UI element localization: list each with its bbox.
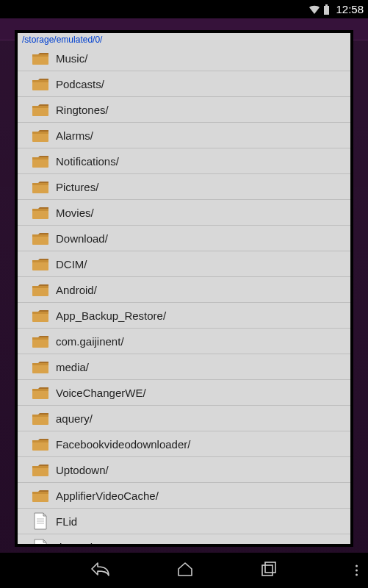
back-button[interactable] — [91, 561, 110, 580]
folder-row[interactable]: Ringtones/ — [18, 97, 350, 123]
svg-rect-21 — [32, 286, 48, 288]
folder-icon — [31, 49, 50, 67]
svg-rect-5 — [32, 80, 48, 82]
folder-icon — [31, 204, 50, 221]
file-name-label: FLid — [56, 515, 77, 528]
folder-icon — [31, 152, 50, 170]
file-name-label: Movies/ — [56, 207, 94, 219]
folder-icon — [31, 409, 50, 427]
file-name-label: ApplifierVideoCache/ — [56, 490, 159, 502]
battery-icon — [323, 4, 330, 15]
home-button[interactable] — [176, 561, 194, 580]
svg-rect-0 — [325, 4, 328, 6]
folder-icon — [31, 487, 50, 504]
file-name-label: Notifications/ — [56, 155, 119, 168]
folder-icon — [31, 255, 50, 273]
folder-row[interactable]: Notifications/ — [18, 148, 350, 174]
svg-rect-29 — [32, 389, 48, 391]
folder-icon — [31, 229, 50, 247]
folder-icon — [31, 332, 50, 350]
file-name-label: aquery/ — [56, 412, 93, 425]
folder-row[interactable]: Music/ — [18, 46, 350, 71]
svg-rect-35 — [32, 466, 48, 468]
folder-row[interactable]: Alarms/ — [18, 123, 350, 148]
folder-icon — [31, 358, 50, 376]
folder-row[interactable]: VoiceChangerWE/ — [18, 380, 350, 406]
file-name-label: Alarms/ — [56, 129, 93, 142]
file-name-label: Uptodown/ — [56, 464, 109, 476]
file-name-label: App_Backup_Restore/ — [56, 309, 166, 322]
folder-row[interactable]: Movies/ — [18, 200, 350, 226]
folder-row[interactable]: Download/ — [18, 226, 350, 251]
svg-rect-37 — [32, 492, 48, 494]
svg-rect-11 — [32, 157, 48, 159]
folder-row[interactable]: media/ — [18, 354, 350, 380]
svg-rect-44 — [262, 565, 273, 576]
folder-icon — [31, 178, 50, 196]
folder-icon — [31, 75, 50, 93]
folder-row[interactable]: Podcasts/ — [18, 71, 350, 97]
folder-row[interactable]: Uptodown/ — [18, 457, 350, 483]
file-name-label: Podcasts/ — [56, 78, 104, 90]
svg-rect-13 — [32, 183, 48, 185]
folder-icon — [31, 281, 50, 298]
nav-bar — [0, 553, 368, 588]
svg-rect-19 — [32, 260, 48, 262]
svg-rect-27 — [32, 363, 48, 365]
file-name-label: VoiceChangerWE/ — [56, 387, 146, 399]
status-time: 12:58 — [336, 3, 364, 15]
svg-rect-33 — [32, 440, 48, 442]
file-picker-dialog: /storage/emulated/0/ Music/Podcasts/Ring… — [15, 30, 353, 547]
folder-icon — [31, 101, 50, 118]
file-name-label: com.gaijinent/ — [56, 335, 124, 348]
svg-rect-23 — [32, 312, 48, 314]
file-name-label: data.ads — [56, 541, 98, 544]
folder-row[interactable]: ApplifierVideoCache/ — [18, 483, 350, 509]
folder-row[interactable]: com.gaijinent/ — [18, 329, 350, 354]
folder-row[interactable]: Android/ — [18, 277, 350, 303]
svg-rect-45 — [265, 562, 275, 573]
file-list[interactable]: Music/Podcasts/Ringtones/Alarms/Notifica… — [18, 46, 350, 544]
folder-icon — [31, 461, 50, 478]
file-name-label: Facebookvideodownloader/ — [56, 438, 190, 451]
svg-rect-25 — [32, 337, 48, 340]
svg-rect-17 — [32, 234, 48, 237]
svg-rect-3 — [32, 54, 48, 57]
file-icon — [31, 539, 50, 545]
file-name-label: Ringtones/ — [56, 104, 109, 116]
svg-rect-15 — [32, 209, 48, 211]
file-icon — [31, 512, 50, 530]
folder-row[interactable]: Pictures/ — [18, 174, 350, 200]
folder-row[interactable]: App_Backup_Restore/ — [18, 303, 350, 329]
wifi-icon — [309, 4, 320, 15]
svg-rect-1 — [324, 6, 329, 15]
file-name-label: media/ — [56, 361, 89, 373]
svg-rect-9 — [32, 132, 48, 134]
menu-button[interactable] — [356, 565, 358, 576]
file-name-label: DCIM/ — [56, 258, 87, 270]
file-name-label: Music/ — [56, 52, 87, 65]
folder-icon — [31, 435, 50, 453]
status-bar: 12:58 — [0, 0, 368, 18]
file-name-label: Android/ — [56, 284, 97, 296]
folder-row[interactable]: Facebookvideodownloader/ — [18, 431, 350, 457]
svg-rect-31 — [32, 415, 48, 417]
path-bar[interactable]: /storage/emulated/0/ — [18, 33, 350, 46]
folder-row[interactable]: aquery/ — [18, 406, 350, 431]
folder-icon — [31, 126, 50, 144]
folder-icon — [31, 306, 50, 324]
folder-icon — [31, 384, 50, 401]
file-row[interactable]: data.ads — [18, 534, 350, 544]
svg-rect-7 — [32, 106, 48, 108]
file-name-label: Pictures/ — [56, 181, 98, 193]
recent-apps-button[interactable] — [260, 561, 278, 580]
file-name-label: Download/ — [56, 232, 108, 245]
file-row[interactable]: FLid — [18, 509, 350, 534]
folder-row[interactable]: DCIM/ — [18, 251, 350, 277]
